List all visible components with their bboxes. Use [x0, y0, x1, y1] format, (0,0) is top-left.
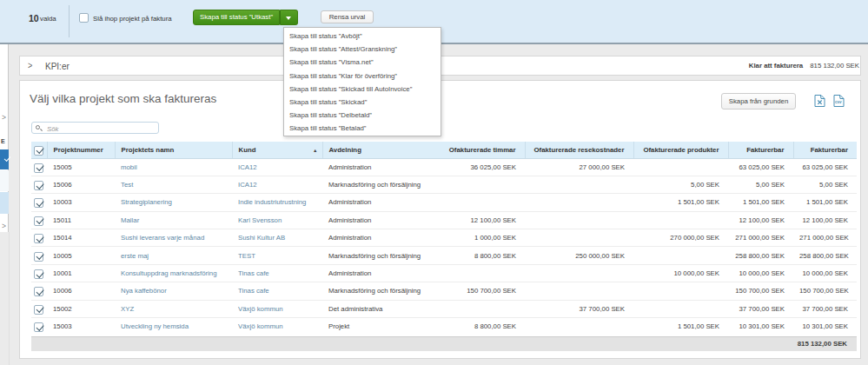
- svg-text:csv: csv: [835, 100, 842, 104]
